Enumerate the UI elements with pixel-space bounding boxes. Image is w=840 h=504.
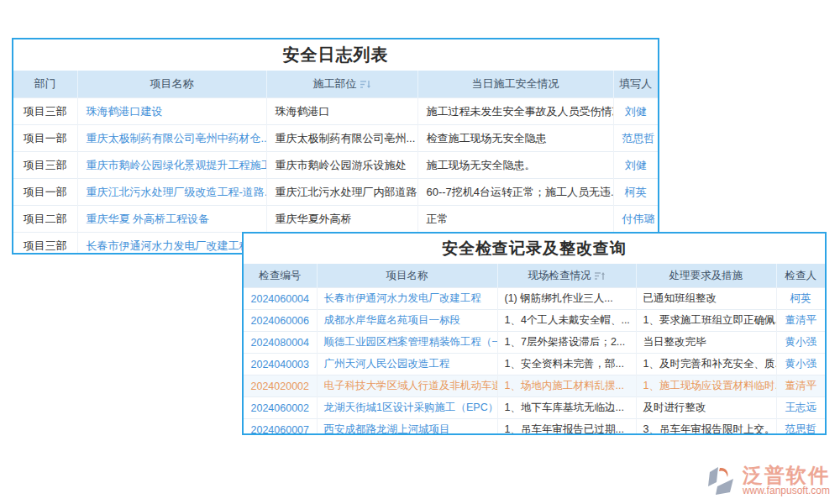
col-header-measures[interactable]: 处理要求及措施 [636,264,776,288]
col-header-check-id[interactable]: 检查编号 [244,264,317,288]
site-check-cell: 1、7层外架搭设滞后；2... [497,332,636,354]
check-id-link[interactable]: 2024060002 [244,397,317,419]
dept-cell: 项目三部 [13,233,77,255]
measures-cell: 1、及时完善和补充安全、质... [636,354,776,375]
site-check-cell: 1、4个工人未戴安全帽、... [497,310,636,332]
table-header-row: 检查编号 项目名称 现场检查情况 处理要求及措施 检查人 [244,264,825,288]
col-header-label: 检查编号 [259,270,301,281]
col-header-writer[interactable]: 填写人 [613,71,658,98]
col-header-site-check[interactable]: 现场检查情况 [497,264,636,288]
site-check-cell: 1、场地内施工材料乱摆... [497,375,636,397]
col-header-label: 当日施工安全情况 [472,77,559,90]
location-cell: 重庆华夏外高桥 [266,206,417,233]
table-header-row: 部门 项目名称 施工部位 当日施工安全情况 填写人 [13,71,658,98]
table-row: 项目二部 重庆华夏 外高桥工程设备 重庆华夏外高桥 正常 付伟璐 [13,206,658,233]
check-id-link[interactable]: 2024020002 [244,375,317,397]
col-header-label: 施工部位 [313,77,357,90]
site-check-cell: 1、吊车年审报告已过期... [497,419,636,436]
project-link[interactable]: 广州天河人民公园改造工程 [317,354,497,375]
fanpu-logo: 泛普软件 www.fanpusoft.com [704,464,830,497]
table-row: 2024060006 成都水岸华庭名苑项目一标段 1、4个工人未戴安全帽、...… [244,310,825,332]
check-id-link[interactable]: 2024060004 [244,288,317,310]
project-link[interactable]: 长春市伊通河水力发电厂改建工程 [77,233,266,255]
dept-cell: 项目二部 [13,206,77,233]
safety-log-panel: 安全日志列表 部门 项目名称 施工部位 当日施工安全情况 填写人 项目三部 珠海… [12,38,659,255]
fanpu-logo-url: www.fanpusoft.com [743,486,830,496]
dept-cell: 项目三部 [13,152,77,179]
status-cell: 施工过程未发生安全事故及人员受伤情况 [417,98,613,125]
fanpu-logo-icon [704,464,738,497]
check-id-link[interactable]: 2024060007 [244,419,317,436]
inspector-link[interactable]: 柯英 [776,288,825,310]
col-header-label: 检查人 [785,270,817,281]
location-cell: 重庆市鹅岭公园游乐设施处 [266,152,417,179]
project-link[interactable]: 电子科技大学区域人行道及非机动车道工程 [317,375,497,397]
dept-cell: 项目一部 [13,125,77,152]
check-id-link[interactable]: 2024080004 [244,332,317,354]
project-link[interactable]: 成都水岸华庭名苑项目一标段 [317,310,497,332]
measures-cell: 3、吊车年审报告限时上交。 [636,419,776,436]
writer-link[interactable]: 柯英 [613,179,658,206]
location-cell: 重庆江北污水处理厂内部道路 [266,179,417,206]
status-cell: 检查施工现场无安全隐患 [417,125,613,152]
table-row: 项目三部 重庆市鹅岭公园绿化景观提升工程施工 重庆市鹅岭公园游乐设施处 施工现场… [13,152,658,179]
col-header-location[interactable]: 施工部位 [266,71,417,98]
table-row-highlighted: 2024020002 电子科技大学区域人行道及非机动车道工程 1、场地内施工材料… [244,375,825,397]
writer-link[interactable]: 范思哲 [613,125,658,152]
inspector-link[interactable]: 黄小强 [776,332,825,354]
measures-cell: 已通知班组整改 [636,288,776,310]
sort-icon[interactable] [595,271,606,281]
col-header-label: 项目名称 [386,270,428,281]
col-header-project[interactable]: 项目名称 [317,264,497,288]
inspection-query-panel: 安全检查记录及整改查询 检查编号 项目名称 现场检查情况 处理要求及措施 检查人… [242,232,827,435]
table-row: 2024060002 龙湖天街城1区设计采购施工（EPC）总承 1、地下车库基坑… [244,397,825,419]
inspector-link[interactable]: 王志远 [776,397,825,419]
col-header-status[interactable]: 当日施工安全情况 [417,71,613,98]
site-check-cell: 1、安全资料未完善，部... [497,354,636,375]
measures-cell: 当日整改完毕 [636,332,776,354]
table-row: 2024060004 长春市伊通河水力发电厂改建工程 (1) 钢筋绑扎作业三人.… [244,288,825,310]
project-link[interactable]: 重庆太极制药有限公司亳州中药材仓... [77,125,266,152]
inspector-link[interactable]: 董清平 [776,310,825,332]
writer-link[interactable]: 付伟璐 [613,206,658,233]
col-header-label: 现场检查情况 [528,270,591,281]
measures-cell: 及时进行整改 [636,397,776,419]
sort-icon[interactable] [360,80,371,89]
safety-log-title: 安全日志列表 [13,39,658,71]
table-row: 2024040003 广州天河人民公园改造工程 1、安全资料未完善，部... 1… [244,354,825,375]
table-row: 项目一部 重庆江北污水处理厂级改造工程-道路... 重庆江北污水处理厂内部道路 … [13,179,658,206]
dept-cell: 项目三部 [13,98,77,125]
project-link[interactable]: 重庆江北污水处理厂级改造工程-道路... [77,179,266,206]
status-cell: 施工现场无安全隐患。 [417,152,613,179]
measures-cell: 1、施工现场应设置材料临时... [636,375,776,397]
col-header-label: 部门 [34,77,56,90]
table-row: 项目一部 重庆太极制药有限公司亳州中药材仓... 重庆太极制药有限公司亳州...… [13,125,658,152]
project-link[interactable]: 重庆市鹅岭公园绿化景观提升工程施工 [77,152,266,179]
project-link[interactable]: 西安成都路龙湖上河城项目 [317,419,497,436]
col-header-inspector[interactable]: 检查人 [776,264,825,288]
check-id-link[interactable]: 2024060006 [244,310,317,332]
col-header-label: 项目名称 [150,77,194,90]
project-link[interactable]: 重庆华夏 外高桥工程设备 [77,206,266,233]
writer-link[interactable]: 刘健 [613,98,658,125]
table-row: 2024060007 西安成都路龙湖上河城项目 1、吊车年审报告已过期... 3… [244,419,825,436]
table-row: 2024080004 顺德工业园区档案管理精装饰工程（一标段 1、7层外架搭设滞… [244,332,825,354]
col-header-dept[interactable]: 部门 [13,71,77,98]
fanpu-logo-name: 泛普软件 [743,465,830,486]
col-header-label: 处理要求及措施 [669,270,743,281]
dept-cell: 项目一部 [13,179,77,206]
inspection-table: 检查编号 项目名称 现场检查情况 处理要求及措施 检查人 2024060004 … [244,264,825,435]
inspector-link[interactable]: 范思哲 [776,419,825,436]
project-link[interactable]: 顺德工业园区档案管理精装饰工程（一标段 [317,332,497,354]
status-cell: 正常 [417,206,613,233]
project-link[interactable]: 珠海鹤港口建设 [77,98,266,125]
col-header-project[interactable]: 项目名称 [77,71,266,98]
project-link[interactable]: 长春市伊通河水力发电厂改建工程 [317,288,497,310]
inspection-query-title: 安全检查记录及整改查询 [244,234,825,264]
site-check-cell: 1、地下车库基坑无临边... [497,397,636,419]
check-id-link[interactable]: 2024040003 [244,354,317,375]
writer-link[interactable]: 刘健 [613,152,658,179]
inspector-link[interactable]: 黄小强 [776,354,825,375]
project-link[interactable]: 龙湖天街城1区设计采购施工（EPC）总承 [317,397,497,419]
inspector-link[interactable]: 董清平 [776,375,825,397]
